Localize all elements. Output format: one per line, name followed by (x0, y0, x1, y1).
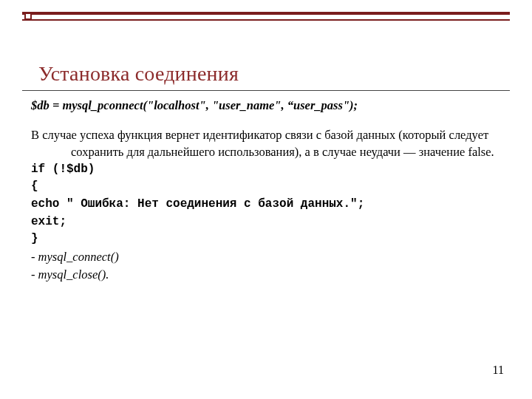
paragraph-desc: В случае успеха функция вернет идентифик… (31, 127, 495, 160)
code-exit: exit; (31, 214, 495, 231)
code-if: if (!$db) (31, 162, 495, 178)
code-pconnect: $db = mysql_pconnect("localhost", "user_… (31, 98, 495, 114)
slide-title: Установка соединения (38, 62, 494, 86)
code-brace-close: } (31, 231, 495, 248)
bullet-mysql-close: - mysql_close(). (31, 267, 495, 283)
rule-thick (22, 12, 510, 15)
rule-thin (22, 19, 510, 21)
corner-square-icon (24, 13, 32, 20)
bullet-mysql-connect: - mysql_connect() (31, 249, 495, 265)
title-underline (22, 90, 510, 91)
slide-body: $db = mysql_pconnect("localhost", "user_… (31, 98, 495, 284)
page-number: 11 (493, 364, 504, 377)
code-brace-open: { (31, 179, 495, 195)
header-double-rule (22, 12, 510, 25)
code-echo: echo " Ошибка: Нет соединения с базой да… (31, 197, 495, 213)
